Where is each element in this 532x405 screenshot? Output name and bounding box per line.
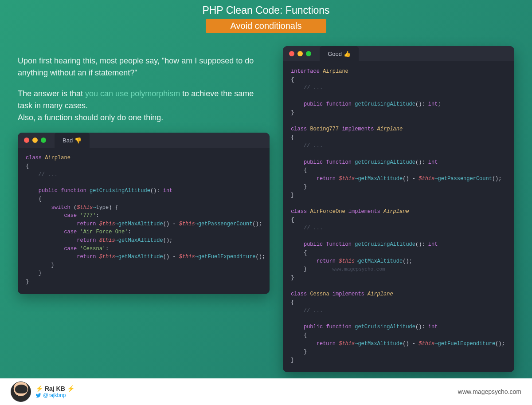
minimize-icon — [297, 51, 303, 56]
minimize-icon — [32, 138, 38, 143]
good-window-header: Good 👍 — [283, 46, 514, 61]
author-block: ⚡ Raj KB ⚡ @rajkbnp — [11, 381, 74, 402]
footer: ⚡ Raj KB ⚡ @rajkbnp www.magepsycho.com — [0, 378, 532, 405]
twitter-icon — [35, 393, 41, 398]
left-column: Upon first hearing this, most people say… — [18, 46, 270, 372]
site-link[interactable]: www.magepsycho.com — [458, 388, 521, 395]
avatar — [11, 381, 31, 402]
author-handle-text: @rajkbnp — [43, 392, 66, 398]
good-code-body: interface Airplane { // ... public funct… — [283, 61, 514, 372]
author-info: ⚡ Raj KB ⚡ @rajkbnp — [35, 385, 74, 398]
watermark: www.magepsycho.com — [332, 267, 385, 272]
author-handle[interactable]: @rajkbnp — [35, 392, 74, 398]
maximize-icon — [306, 51, 311, 56]
author-name: ⚡ Raj KB ⚡ — [35, 385, 74, 392]
subtitle-banner: Avoid conditionals — [206, 19, 327, 33]
maximize-icon — [41, 138, 46, 143]
header: PHP Clean Code: Functions Avoid conditio… — [0, 0, 532, 33]
content-row: Upon first hearing this, most people say… — [0, 33, 532, 372]
bad-window-header: Bad 👎 — [18, 133, 270, 148]
good-tab: Good 👍 — [320, 46, 358, 61]
paragraph-3: Also, a function should only do one thin… — [18, 113, 163, 122]
bad-code-body: class Airplane { // ... public function … — [18, 148, 270, 294]
close-icon — [24, 138, 29, 143]
bad-tab: Bad 👎 — [55, 133, 90, 148]
paragraph-1: Upon first hearing this, most people say… — [18, 55, 270, 79]
good-code-window: Good 👍 interface Airplane { // ... publi… — [283, 46, 514, 372]
bad-code-window: Bad 👎 class Airplane { // ... public fun… — [18, 133, 270, 294]
close-icon — [289, 51, 294, 56]
paragraph-2-pre: The answer is that — [18, 89, 85, 98]
page-title: PHP Clean Code: Functions — [0, 4, 532, 16]
right-column: Good 👍 interface Airplane { // ... publi… — [283, 46, 514, 372]
paragraph-2-highlight: you can use polymorphism — [85, 89, 180, 98]
paragraph-2: The answer is that you can use polymorph… — [18, 88, 270, 124]
